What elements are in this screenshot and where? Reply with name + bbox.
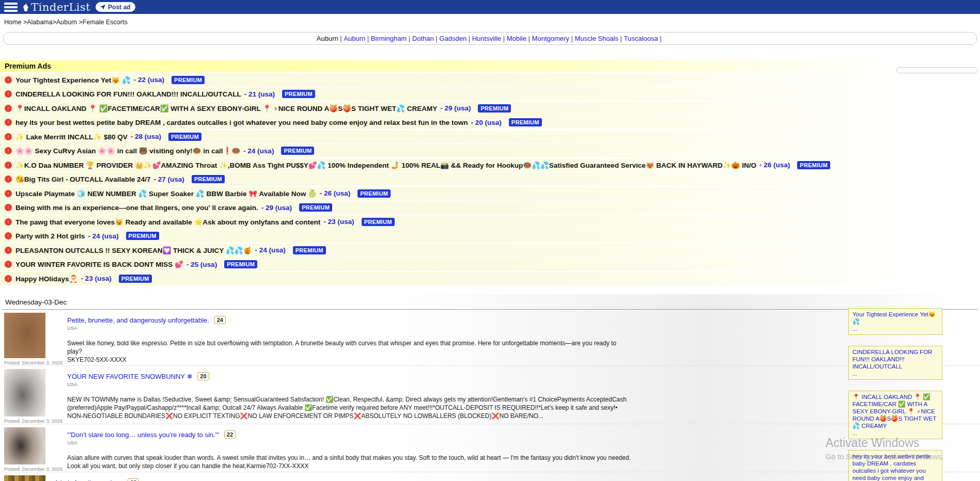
listing-contact-line: SKYE702-5XX-XXXX bbox=[67, 356, 631, 364]
premium-ad-title[interactable]: ✨ Lake Merritt INCALL✨ $80 QV bbox=[15, 133, 128, 141]
bump-up-icon: ↑ bbox=[5, 204, 12, 211]
premium-ad-row[interactable]: ↑ PLEASANTON OUTCALLS !! SEXY KOREAN💟 TH… bbox=[0, 244, 980, 257]
premium-ad-title[interactable]: Party with 2 Hot girls bbox=[15, 232, 85, 240]
city-link[interactable]: Gadsden | bbox=[439, 35, 472, 42]
premium-ad-age: - 22 (usa) bbox=[134, 76, 164, 84]
listing-photo[interactable] bbox=[4, 475, 45, 481]
age-badge: 38 bbox=[128, 478, 139, 481]
premium-ad-title[interactable]: Happy HOlidays🎅 bbox=[15, 275, 77, 283]
city-separator: | bbox=[501, 35, 507, 42]
premium-ad-title[interactable]: ✨K.O Daa NUMBER 🏆 PROVIDER 👑✨💕AMAZING Th… bbox=[15, 161, 756, 169]
breadcrumb[interactable]: Home >Alabama>Auburn >Female Escorts bbox=[0, 14, 980, 30]
bump-up-icon: ↑ bbox=[5, 218, 12, 226]
listing-location: USA bbox=[67, 325, 631, 331]
premium-ad-title[interactable]: hey its your best wettes petite baby DRE… bbox=[15, 119, 468, 126]
listings-area: Wednesday-03-Dec Posted: December 3, 202… bbox=[0, 294, 980, 481]
premium-ad-title[interactable]: CINDERELLA LOOKING FOR FUN!!! OAKLAND!!!… bbox=[15, 90, 241, 98]
listing-photo[interactable] bbox=[4, 427, 45, 464]
premium-ad-age: - 26 (usa) bbox=[759, 161, 790, 169]
city-link[interactable]: Mobile | bbox=[507, 35, 532, 42]
city-link[interactable]: Montgomery | bbox=[532, 35, 575, 42]
premium-ad-row[interactable]: ↑ Party with 2 Hot girls - 24 (usa) PREM… bbox=[0, 229, 980, 243]
city-separator: | bbox=[407, 35, 412, 42]
sidebar-ad-box[interactable]: hey its your best wettes petite baby DRE… bbox=[848, 450, 942, 481]
menu-icon[interactable] bbox=[4, 3, 18, 12]
sidebar-ad-title[interactable]: CINDERELLA LOOKING FOR FUN!!! OAKLAND!!!… bbox=[852, 348, 938, 370]
premium-ad-row[interactable]: ↑ 📍INCALL OAKLAND 📍 ✅FACETIME/CAR✅ WITH … bbox=[0, 102, 980, 115]
sidebar-ad-box[interactable]: 📍 INCALL OAKLAND 📍 ✅ FACETIME/CAR ✅ WITH… bbox=[848, 391, 942, 439]
sidebar-ad-title[interactable]: 📍 INCALL OAKLAND 📍 ✅ FACETIME/CAR ✅ WITH… bbox=[852, 393, 938, 429]
premium-ad-title[interactable]: The pawg that everyone loves😼 Ready and … bbox=[15, 218, 320, 226]
premium-ad-age: - 27 (usa) bbox=[153, 175, 184, 183]
premium-ad-title[interactable]: PLEASANTON OUTCALLS !! SEXY KOREAN💟 THIC… bbox=[15, 246, 252, 254]
listing-title-link[interactable]: YOUR NEW FAVORITE SNOWBUNNY ❄ bbox=[67, 373, 192, 380]
premium-ad-row[interactable]: ↑ CINDERELLA LOOKING FOR FUN!!! OAKLAND!… bbox=[0, 87, 980, 101]
city-link[interactable]: Muscle Shoals | bbox=[574, 35, 624, 42]
premium-badge: PREMIUM bbox=[357, 189, 391, 198]
listing-row: Posted: December 3, 2025 "'Don't stare t… bbox=[0, 424, 980, 472]
bump-up-icon: ↑ bbox=[5, 76, 12, 84]
listing-row: Posted: December 3, 2025 Petite, brunett… bbox=[0, 310, 980, 366]
listing-title-link[interactable]: "'Don't stare too long… unless you're re… bbox=[67, 431, 219, 439]
bump-up-icon: ↑ bbox=[5, 147, 12, 154]
sidebar-ad-title[interactable]: Your Tightest Experience Yet😼 💦 bbox=[852, 311, 938, 325]
sidebar-ad-box[interactable]: CINDERELLA LOOKING FOR FUN!!! OAKLAND!!!… bbox=[848, 346, 942, 380]
premium-ad-row[interactable]: ↑ ✨K.O Daa NUMBER 🏆 PROVIDER 👑✨💕AMAZING … bbox=[0, 158, 980, 172]
premium-ad-row[interactable]: ↑ Upscale Playmate 🧊 NEW NUMBER 💦 Super … bbox=[0, 187, 980, 200]
premium-badge: PREMIUM bbox=[126, 232, 159, 240]
premium-ad-row[interactable]: ↑ ✨ Lake Merritt INCALL✨ $80 QV - 28 (us… bbox=[0, 130, 980, 143]
premium-ad-row[interactable]: ↑ Being with me is an experience—one tha… bbox=[0, 201, 980, 214]
listing-title-link[interactable]: A lady for all occasions bbox=[54, 479, 122, 481]
city-separator: | bbox=[658, 35, 664, 42]
premium-ad-title[interactable]: Your Tightest Experience Yet😼 💦 bbox=[15, 76, 131, 84]
page: TinderList Post ad Home >Alabama>Auburn … bbox=[0, 0, 980, 481]
premium-ad-row[interactable]: ↑ 😘Big Tits Girl - OUTCALL Available 24/… bbox=[0, 172, 980, 186]
premium-ad-row[interactable]: ↑ 🌸🌸 Sexy CuRvy Asian 🌸🌸 in call 🐻 visit… bbox=[0, 144, 980, 157]
bump-up-icon: ↑ bbox=[5, 162, 12, 169]
city-link[interactable]: Dothan | bbox=[412, 35, 440, 42]
premium-ad-row[interactable]: ↑ hey its your best wettes petite baby D… bbox=[0, 116, 980, 129]
city-link[interactable]: Auburn | bbox=[317, 35, 344, 42]
city-link[interactable]: Tuscaloosa | bbox=[624, 35, 664, 42]
bump-up-icon: ↑ bbox=[5, 133, 12, 140]
premium-ad-age: - 29 (usa) bbox=[261, 204, 292, 212]
premium-ad-age: - 28 (usa) bbox=[131, 133, 161, 140]
premium-ad-age: - 23 (usa) bbox=[81, 275, 111, 282]
premium-ad-row[interactable]: ↑ The pawg that everyone loves😼 Ready an… bbox=[0, 215, 980, 229]
premium-ad-title[interactable]: 📍INCALL OAKLAND 📍 ✅FACETIME/CAR✅ WITH A … bbox=[15, 104, 437, 113]
listing-title-link[interactable]: Petite, brunette, and dangerously unforg… bbox=[67, 316, 209, 324]
city-link[interactable]: Huntsville | bbox=[472, 35, 507, 42]
empty-mini-box bbox=[896, 67, 978, 73]
premium-ad-age: - 26 (usa) bbox=[320, 189, 350, 197]
premium-badge: PREMIUM bbox=[478, 104, 511, 113]
city-link[interactable]: Auburn | bbox=[344, 35, 371, 42]
premium-badge: PREMIUM bbox=[282, 90, 315, 98]
premium-ad-row[interactable]: ↑ Your Tightest Experience Yet😼 💦 - 22 (… bbox=[0, 73, 980, 87]
bump-up-icon: ↑ bbox=[5, 90, 12, 98]
site-logo[interactable]: TinderList bbox=[22, 1, 90, 13]
premium-ads-heading: Premium Ads bbox=[0, 60, 980, 72]
listing-description: Sweet like honey, bold like espresso. Pe… bbox=[67, 339, 631, 356]
premium-ad-row[interactable]: ↑ Happy HOlidays🎅 - 23 (usa) PREMIUM bbox=[0, 272, 980, 285]
premium-badge: PREMIUM bbox=[281, 147, 314, 155]
premium-ad-title[interactable]: 🌸🌸 Sexy CuRvy Asian 🌸🌸 in call 🐻 visitin… bbox=[15, 147, 240, 155]
premium-ad-title[interactable]: YOUR WINTER FAVORITE IS BACK DONT MISS 💕 bbox=[15, 260, 183, 268]
flame-icon bbox=[22, 3, 30, 12]
sidebar-ad-title[interactable]: hey its your best wettes petite baby DRE… bbox=[852, 453, 938, 481]
premium-badge: PREMIUM bbox=[362, 218, 395, 226]
premium-ad-row[interactable]: ↑ YOUR WINTER FAVORITE IS BACK DONT MISS… bbox=[0, 258, 980, 271]
listing-photo[interactable] bbox=[4, 369, 45, 416]
premium-ad-age: - 23 (usa) bbox=[323, 218, 354, 226]
paper-plane-icon bbox=[99, 4, 106, 10]
premium-ad-title[interactable]: 😘Big Tits Girl - OUTCALL Available 24/7 bbox=[15, 175, 150, 183]
listing-row: A lady for all occasions 38 USA bbox=[0, 472, 980, 481]
sidebar-ad-box[interactable]: Your Tightest Experience Yet😼 💦 ... bbox=[848, 308, 942, 335]
premium-ad-title[interactable]: Upscale Playmate 🧊 NEW NUMBER 💦 Super So… bbox=[15, 189, 317, 198]
premium-badge: PREMIUM bbox=[797, 161, 830, 169]
premium-ad-title[interactable]: Being with me is an experience—one that … bbox=[15, 204, 258, 212]
listing-photo[interactable] bbox=[4, 313, 45, 358]
age-badge: 24 bbox=[214, 316, 226, 324]
post-ad-button[interactable]: Post ad bbox=[96, 2, 135, 12]
bump-up-icon: ↑ bbox=[5, 119, 12, 126]
city-link[interactable]: Birmingham | bbox=[371, 35, 412, 42]
